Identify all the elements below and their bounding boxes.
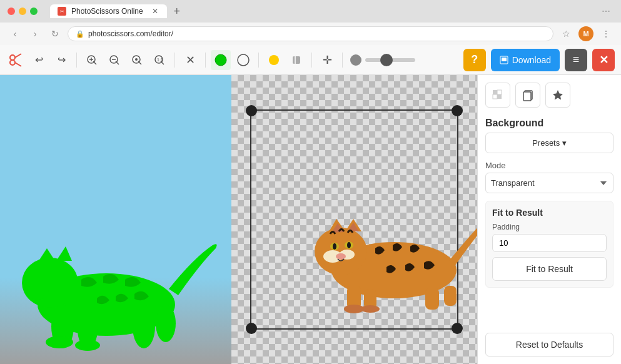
svg-rect-21 bbox=[293, 56, 300, 64]
svg-rect-58 bbox=[497, 94, 502, 99]
star-icon[interactable]: ☆ bbox=[558, 26, 573, 41]
close-traffic-light[interactable] bbox=[8, 8, 15, 15]
editor-area bbox=[0, 75, 477, 364]
separator-4 bbox=[258, 53, 259, 68]
svg-point-47 bbox=[347, 242, 351, 248]
address-bar[interactable]: 🔒 photoscissors.com/editor/ bbox=[68, 26, 553, 41]
tiger-original-svg bbox=[0, 208, 231, 358]
svg-point-31 bbox=[133, 305, 155, 348]
zoom-out-button[interactable] bbox=[104, 50, 124, 70]
svg-point-33 bbox=[46, 336, 73, 348]
zoom-in-button[interactable] bbox=[82, 50, 102, 70]
app-close-button[interactable]: ✕ bbox=[592, 49, 615, 71]
erase-brush-button[interactable] bbox=[233, 50, 253, 70]
move-tool-button[interactable]: ✛ bbox=[317, 50, 337, 70]
tiger-result-svg bbox=[294, 189, 477, 314]
brush-size-slider[interactable] bbox=[365, 58, 415, 62]
app-logo bbox=[6, 51, 24, 69]
result-panel[interactable] bbox=[231, 75, 477, 364]
tab-favicon: ✂ bbox=[58, 7, 66, 16]
tab-title: PhotoScissors Online bbox=[71, 7, 143, 16]
right-sidebar: Background Presets ▾ Mode Transparent Wh… bbox=[477, 75, 621, 364]
hamburger-menu-button[interactable]: ≡ bbox=[565, 49, 587, 71]
fit-result-button[interactable]: Fit to Result bbox=[492, 257, 607, 281]
handle-top-right[interactable] bbox=[452, 105, 463, 116]
svg-point-32 bbox=[156, 305, 176, 342]
svg-point-37 bbox=[315, 228, 367, 275]
transparency-mode-button[interactable] bbox=[485, 83, 510, 108]
svg-rect-60 bbox=[523, 92, 531, 101]
traffic-lights bbox=[8, 8, 38, 15]
svg-rect-24 bbox=[502, 58, 507, 61]
browser-menu-icon[interactable]: ⋯ bbox=[598, 4, 613, 19]
main-content: Background Presets ▾ Mode Transparent Wh… bbox=[0, 75, 621, 364]
original-image bbox=[0, 75, 231, 364]
presets-button[interactable]: Presets ▾ bbox=[485, 133, 613, 153]
svg-marker-28 bbox=[56, 246, 72, 261]
svg-point-1 bbox=[10, 60, 15, 65]
brush-size-slider-container bbox=[350, 54, 415, 66]
navigation-bar: ‹ › ↻ 🔒 photoscissors.com/editor/ ☆ M ⋮ bbox=[0, 23, 621, 45]
padding-input[interactable] bbox=[492, 234, 607, 252]
download-button[interactable]: Download bbox=[491, 49, 560, 71]
app-container: ↩ ↪ 1:1 ✕ ✛ bbox=[0, 45, 621, 364]
maximize-traffic-light[interactable] bbox=[30, 8, 38, 15]
handle-top-left[interactable] bbox=[246, 105, 257, 116]
svg-point-35 bbox=[26, 285, 49, 300]
tab-close-button[interactable]: ✕ bbox=[151, 7, 159, 16]
new-tab-button[interactable]: + bbox=[169, 4, 184, 19]
zoom-fit-button[interactable] bbox=[127, 50, 147, 70]
svg-rect-56 bbox=[497, 90, 502, 94]
active-tab[interactable]: ✂ PhotoScissors Online ✕ bbox=[50, 4, 167, 18]
url-text: photoscissors.com/editor/ bbox=[88, 29, 545, 38]
handle-bottom-right[interactable] bbox=[452, 323, 463, 334]
undo-button[interactable]: ↩ bbox=[29, 50, 49, 70]
reset-defaults-button[interactable]: Reset to Defaults bbox=[485, 333, 613, 356]
svg-point-19 bbox=[238, 54, 249, 66]
mode-section: Mode Transparent White Black Custom Colo… bbox=[485, 161, 613, 193]
svg-rect-52 bbox=[444, 286, 457, 306]
browser-window: ✂ PhotoScissors Online ✕ + ⋯ ‹ › ↻ 🔒 pho… bbox=[0, 0, 621, 45]
lock-icon: 🔒 bbox=[76, 30, 84, 38]
help-button[interactable]: ? bbox=[463, 49, 486, 71]
svg-point-46 bbox=[333, 243, 336, 250]
sidebar-mode-icons bbox=[485, 83, 613, 108]
circle-tool-button[interactable] bbox=[264, 50, 284, 70]
separator-6 bbox=[342, 53, 343, 68]
profile-button[interactable]: M bbox=[578, 26, 593, 41]
redo-button[interactable]: ↪ bbox=[51, 50, 71, 70]
star-mode-button[interactable] bbox=[545, 83, 570, 108]
eraser-tool-button[interactable] bbox=[286, 50, 306, 70]
browser-actions: ☆ M ⋮ bbox=[558, 26, 613, 41]
svg-point-20 bbox=[269, 55, 279, 65]
back-button[interactable]: ‹ bbox=[8, 26, 23, 41]
handle-bottom-left[interactable] bbox=[246, 323, 257, 334]
tab-bar: ✂ PhotoScissors Online ✕ + bbox=[50, 4, 593, 19]
copy-mode-button[interactable] bbox=[515, 83, 540, 108]
zoom-actual-button[interactable]: 1:1 bbox=[149, 50, 169, 70]
svg-point-26 bbox=[22, 258, 78, 308]
separator-1 bbox=[76, 53, 77, 68]
extensions-icon[interactable]: ⋮ bbox=[598, 26, 613, 41]
background-title: Background bbox=[485, 118, 613, 129]
minimize-traffic-light[interactable] bbox=[19, 8, 26, 15]
svg-marker-61 bbox=[553, 90, 563, 100]
toolbar-right: ? Download ≡ ✕ bbox=[463, 49, 615, 71]
fit-to-result-section: Fit to Result Padding Fit to Result bbox=[485, 201, 613, 288]
download-icon bbox=[500, 56, 508, 64]
svg-line-3 bbox=[15, 63, 21, 66]
clear-button[interactable]: ✕ bbox=[180, 50, 200, 70]
forward-button[interactable]: › bbox=[28, 26, 43, 41]
refresh-button[interactable]: ↻ bbox=[48, 26, 63, 41]
background-section: Background Presets ▾ bbox=[485, 118, 613, 153]
svg-point-48 bbox=[336, 253, 346, 260]
fit-section-title: Fit to Result bbox=[492, 208, 607, 218]
mode-select[interactable]: Transparent White Black Custom Color Blu… bbox=[485, 173, 613, 193]
svg-marker-27 bbox=[38, 248, 56, 263]
svg-line-2 bbox=[15, 54, 21, 58]
svg-text:1:1: 1:1 bbox=[157, 58, 163, 62]
green-brush-button[interactable] bbox=[211, 50, 231, 70]
svg-point-13 bbox=[135, 58, 138, 61]
app-toolbar: ↩ ↪ 1:1 ✕ ✛ bbox=[0, 45, 621, 75]
svg-rect-51 bbox=[425, 288, 439, 310]
